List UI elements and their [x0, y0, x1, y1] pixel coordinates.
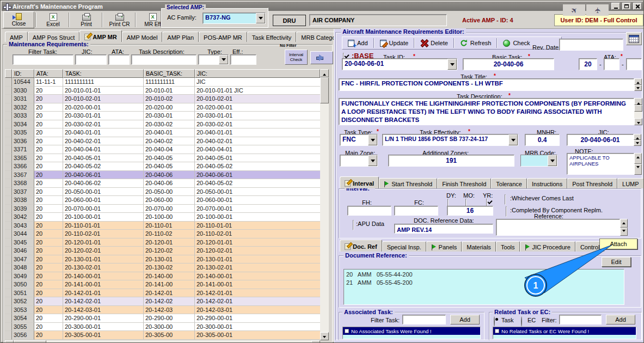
- task-id-select[interactable]: 20-040-06-01: [342, 58, 457, 70]
- tab-lump[interactable]: LUMP: [617, 178, 644, 188]
- scrollbar-track[interactable]: [46, 340, 311, 343]
- row-selector[interactable]: [5, 306, 12, 315]
- mnhr-field[interactable]: 0.4: [525, 134, 560, 146]
- table-row[interactable]: 30532020-142-03-0120-142-0320-142-03-01: [5, 306, 320, 315]
- scroll-right-icon[interactable]: [311, 340, 320, 343]
- scroll-down-icon[interactable]: [620, 228, 628, 236]
- fh-input[interactable]: [347, 206, 391, 216]
- table-row[interactable]: 1054411-11-111111111111111111111JIC: [5, 78, 320, 87]
- table-row[interactable]: 30332020-030-01-0120-030-0120-030-01-01: [5, 112, 320, 120]
- task-title-spinner[interactable]: [634, 78, 642, 91]
- ec-radio[interactable]: [521, 316, 522, 327]
- mrb-code-select[interactable]: [520, 155, 557, 167]
- row-selector[interactable]: [5, 230, 12, 238]
- additional-zones-field[interactable]: 191: [388, 155, 514, 167]
- related-add-button[interactable]: Add: [606, 315, 635, 324]
- row-selector[interactable]: [5, 289, 12, 298]
- associated-task-list[interactable]: No Associated Tasks Were Found !: [342, 327, 481, 339]
- minimize-button[interactable]: [611, 3, 620, 10]
- update-button[interactable]: Update: [376, 39, 413, 48]
- row-selector[interactable]: [5, 247, 12, 255]
- column-header[interactable]: BASIC_TASK:: [144, 69, 195, 78]
- attach-button[interactable]: Attach: [599, 238, 637, 249]
- table-row[interactable]: 30362020-040-02-0120-040-0220-040-02-01: [5, 137, 320, 146]
- fc-input[interactable]: [394, 206, 438, 216]
- apu-data-checkbox[interactable]: [353, 220, 354, 230]
- ata-section-field[interactable]: [604, 58, 620, 70]
- row-selector[interactable]: [5, 196, 12, 205]
- row-selector[interactable]: [5, 78, 12, 87]
- spin-up-icon[interactable]: [634, 78, 642, 85]
- row-selector[interactable]: [5, 188, 12, 197]
- tab-post-threshold[interactable]: Post Threshold: [567, 178, 617, 188]
- tab-materials[interactable]: Materials: [462, 241, 496, 252]
- table-row[interactable]: 30492020-140-00-0120-140-0020-140-00-01: [5, 272, 320, 281]
- tab-doc-ref[interactable]: Doc. Ref: [340, 240, 382, 252]
- row-selector[interactable]: [5, 128, 12, 137]
- tab-amp-mr[interactable]: AMP MR: [79, 30, 121, 42]
- table-row[interactable]: 30452020-120-01-0120-120-0120-120-01-01: [5, 238, 320, 247]
- filter-task-input[interactable]: [13, 54, 73, 65]
- column-header[interactable]: ID:: [12, 69, 34, 78]
- note-scrollbar[interactable]: [634, 153, 642, 175]
- spin-down-icon[interactable]: [634, 85, 642, 91]
- chevron-down-icon[interactable]: [368, 134, 377, 145]
- row-checkbox[interactable]: [495, 329, 499, 333]
- row-selector[interactable]: [5, 145, 12, 154]
- scroll-up-icon[interactable]: [634, 153, 642, 164]
- scroll-up-icon[interactable]: [634, 98, 642, 105]
- check-button[interactable]: Check: [499, 39, 534, 48]
- plane-tool-icon[interactable]: [563, 4, 585, 16]
- yr-interval-field[interactable]: 16: [447, 206, 493, 216]
- table-vertical-scrollbar[interactable]: [320, 69, 329, 340]
- chevron-down-icon[interactable]: [447, 59, 457, 70]
- dru-button[interactable]: DRU: [273, 15, 306, 26]
- table-row[interactable]: 30442020-110-02-0120-110-0220-110-02-01: [5, 230, 320, 238]
- table-horizontal-scrollbar[interactable]: [5, 340, 320, 343]
- edit-button[interactable]: Edit: [602, 257, 631, 267]
- tab-interval[interactable]: Interval: [340, 176, 379, 188]
- tab-amp-plan[interactable]: AMP Plan: [162, 32, 199, 42]
- ata-subject-field[interactable]: [626, 58, 642, 70]
- row-selector[interactable]: [5, 323, 12, 332]
- spin-up-icon[interactable]: [634, 134, 641, 140]
- row-selector[interactable]: [5, 120, 12, 129]
- whichever-comes-last-checkbox[interactable]: [505, 194, 506, 205]
- row-selector[interactable]: [5, 154, 12, 163]
- list-item[interactable]: No Related Tasks or EC Were Found !: [493, 327, 636, 335]
- scrollbar-track[interactable]: [320, 103, 329, 332]
- table-row[interactable]: 30422020-100-00-0120-100-0020-100-00-01: [5, 213, 320, 222]
- table-row[interactable]: 30432020-110-01-0120-110-0120-110-01-01: [5, 222, 320, 230]
- close-window-button[interactable]: [633, 3, 642, 10]
- chevron-down-icon[interactable]: [219, 55, 228, 64]
- task-description-field[interactable]: FUNCTIONALLY CHECK THE LIGHTNING/HIRF PR…: [339, 98, 634, 125]
- tab-instructions[interactable]: Instructions: [527, 178, 567, 188]
- tab-finish-threshold[interactable]: Finish Threshold: [437, 178, 491, 188]
- tab-amp-model[interactable]: AMP Model: [122, 32, 163, 42]
- plane-vertical-tool-icon[interactable]: [586, 4, 609, 16]
- row-selector[interactable]: [5, 112, 12, 120]
- calendar-button[interactable]: [626, 32, 642, 45]
- row-selector[interactable]: [5, 95, 12, 103]
- table-row[interactable]: 30502020-141-00-0120-141-0020-141-00-01: [5, 280, 320, 289]
- row-selector[interactable]: [5, 314, 12, 323]
- row-selector[interactable]: [5, 179, 12, 188]
- table-row[interactable]: 30482020-130-02-0120-130-0220-130-02-01: [5, 264, 320, 272]
- tab-tolerance[interactable]: Tolerance: [491, 178, 527, 188]
- tab-start-threshold[interactable]: Start Threshold: [379, 178, 437, 188]
- filter-ata-input[interactable]: [108, 54, 130, 65]
- table-row[interactable]: 30552020-300-00-0120-300-0020-300-00-01: [5, 323, 320, 332]
- task-description-scrollbar[interactable]: [634, 98, 642, 125]
- chevron-down-icon[interactable]: [368, 155, 377, 166]
- table-row[interactable]: 30522020-142-02-0120-142-0220-142-02-01: [5, 297, 320, 306]
- tab-special-insp-[interactable]: Special Insp.: [382, 241, 426, 252]
- chevron-down-icon[interactable]: [508, 134, 518, 145]
- scrollbar-thumb[interactable]: [320, 77, 329, 103]
- apply-filter-arrow-button[interactable]: [310, 51, 333, 64]
- table-row[interactable]: 30392020-070-00-0120-070-0020-070-00-01: [5, 205, 320, 213]
- row-selector[interactable]: [5, 255, 12, 264]
- reference-field[interactable]: [496, 219, 620, 236]
- ata-chapter-field[interactable]: 20: [579, 58, 597, 70]
- tab-panels[interactable]: Panels: [426, 241, 462, 252]
- tab-tools[interactable]: Tools: [496, 241, 520, 252]
